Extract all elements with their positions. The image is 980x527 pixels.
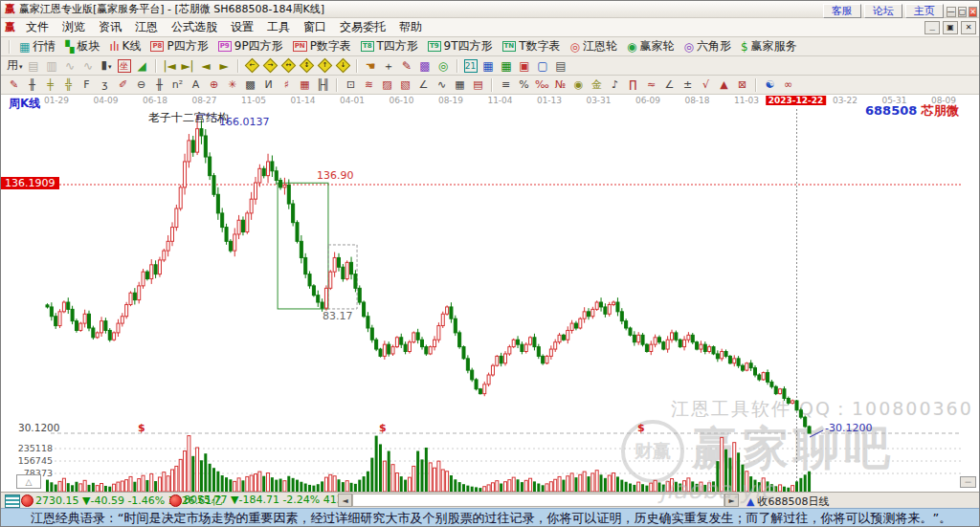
- menu-设置[interactable]: 设置: [224, 19, 260, 35]
- winner-service-button[interactable]: $赢家服务: [736, 38, 802, 55]
- grid2-tool-icon[interactable]: ▦: [298, 77, 312, 94]
- data-table-icon[interactable]: ▦: [500, 57, 514, 75]
- plusminus-tool-icon[interactable]: ±: [680, 77, 695, 94]
- menu-公式选股[interactable]: 公式选股: [165, 19, 224, 35]
- expand-v-icon[interactable]: ↕: [299, 58, 314, 74]
- titlebar-link-2[interactable]: 主页: [905, 4, 944, 18]
- expand-h-icon[interactable]: ↔: [280, 58, 296, 74]
- coordinate-icon[interactable]: 坐: [118, 59, 131, 73]
- t-square-button[interactable]: T8T四方形: [356, 38, 423, 55]
- period-menu-icon[interactable]: 用▾: [7, 56, 23, 76]
- gann-wheel-button[interactable]: ◎江恩轮: [565, 38, 621, 55]
- product-tool-icon[interactable]: ∏: [626, 77, 640, 94]
- angle2-tool-icon[interactable]: ∠: [662, 77, 677, 94]
- 9p-square-button[interactable]: P99P四方形: [213, 38, 288, 55]
- zoom-in-icon[interactable]: ↑: [317, 58, 332, 74]
- mesh-tool-icon[interactable]: ▦: [453, 77, 467, 94]
- expand-panel-button[interactable]: △: [16, 474, 41, 489]
- minimize-button[interactable]: —: [947, 7, 956, 17]
- rail-tool-icon[interactable]: ╟╢: [316, 77, 330, 94]
- print-icon[interactable]: ▤: [554, 57, 568, 75]
- t-digit-button[interactable]: TNT数字表: [498, 38, 566, 55]
- winner-wheel-button[interactable]: ◉赢家轮: [622, 38, 679, 55]
- calendar-icon[interactable]: 21: [464, 59, 478, 73]
- yinyang-icon[interactable]: ☯: [763, 77, 777, 94]
- titlebar-link-0[interactable]: 客服: [823, 4, 861, 18]
- crosshair-icon[interactable]: ＋: [382, 57, 396, 75]
- fence-tool-icon[interactable]: ╪: [43, 77, 57, 94]
- list-view-icon[interactable]: ▥: [45, 57, 59, 75]
- box-tool-icon[interactable]: ▩: [243, 77, 257, 94]
- menu-江恩[interactable]: 江恩: [128, 19, 165, 35]
- menu-浏览[interactable]: 浏览: [56, 19, 92, 35]
- overlay-icon[interactable]: ▤: [27, 57, 41, 75]
- sse-index-icon[interactable]: [21, 494, 33, 507]
- shift-left-icon[interactable]: ←: [244, 58, 259, 74]
- szse-index-icon[interactable]: [169, 494, 182, 507]
- hexagon-button[interactable]: ◎六角形: [679, 38, 735, 55]
- hatch-tool-icon[interactable]: ╫: [152, 77, 167, 94]
- sharp-tool-icon[interactable]: ♯: [279, 77, 294, 94]
- lines-tool-icon[interactable]: ≡: [499, 77, 513, 94]
- mdi-minimize-button[interactable]: ＿: [924, 21, 940, 34]
- 9t-square-button[interactable]: T99T四方形: [423, 38, 498, 55]
- close-line-toggle[interactable]: ▲收688508日线: [746, 494, 829, 509]
- angle-tool-icon[interactable]: ∠: [416, 77, 431, 94]
- export-icon[interactable]: ▢: [536, 57, 550, 75]
- mini-chart-icon[interactable]: ∿: [63, 57, 78, 75]
- window-tool-icon[interactable]: ⊡: [344, 77, 358, 94]
- scroll-right-button[interactable]: ►: [724, 494, 739, 507]
- kline-button[interactable]: ılıK线: [105, 38, 146, 55]
- angle-a-icon[interactable]: A: [189, 77, 203, 94]
- kline-chart-panel[interactable]: 江恩工具软件 QQ：100800360 财赢 赢家聊吧 $$$ 01-2904-…: [1, 95, 980, 492]
- prev-bar-icon[interactable]: ◄: [199, 57, 213, 75]
- triangle-tool-icon[interactable]: ▲: [717, 77, 731, 94]
- titlebar-link-1[interactable]: 论坛: [864, 4, 902, 18]
- spiral-icon[interactable]: ◎: [436, 57, 451, 75]
- approx-tool-icon[interactable]: ≈: [644, 77, 658, 94]
- percent-tool-icon[interactable]: %: [517, 77, 531, 94]
- scroll-left-button[interactable]: ◄: [338, 494, 352, 507]
- zoom-out-icon[interactable]: ↓: [335, 58, 350, 74]
- circle-plus-icon[interactable]: ⊕: [207, 77, 221, 94]
- band-tool-icon[interactable]: ▤: [471, 77, 485, 94]
- shade-tool-icon[interactable]: ▨: [380, 77, 394, 94]
- target-tool-icon[interactable]: ◉: [571, 77, 586, 94]
- last-page-icon[interactable]: ►|: [181, 57, 195, 75]
- root-tool-icon[interactable]: √: [699, 77, 713, 94]
- drag-hand-icon[interactable]: ☚: [364, 57, 378, 75]
- menu-文件[interactable]: 文件: [19, 19, 56, 35]
- boxx-tool-icon[interactable]: ⊠: [735, 77, 749, 94]
- gold-tool-icon[interactable]: 金: [590, 77, 604, 94]
- next-bar-icon[interactable]: ►: [217, 57, 232, 75]
- candle-style-icon[interactable]: ▮▾: [100, 56, 114, 76]
- menu-工具[interactable]: 工具: [260, 19, 297, 35]
- brush-icon[interactable]: ✎: [400, 57, 414, 75]
- n2-tool-icon[interactable]: n²: [170, 77, 185, 94]
- menu-窗口[interactable]: 窗口: [297, 19, 333, 35]
- sine-tool-icon[interactable]: ∿: [434, 77, 449, 94]
- grid-net-icon[interactable]: ▩: [418, 57, 433, 75]
- close-button[interactable]: ✕: [969, 7, 977, 17]
- calculator-icon[interactable]: ▦: [481, 57, 496, 75]
- mdi-close-button[interactable]: ✕: [961, 21, 976, 34]
- menu-交易委托[interactable]: 交易委托: [333, 19, 392, 35]
- flag-icon[interactable]: ◢: [135, 57, 149, 75]
- number-tool-icon[interactable]: №: [553, 77, 568, 94]
- save-icon[interactable]: ▣: [518, 57, 532, 75]
- pen2-tool-icon[interactable]: ✐: [116, 77, 130, 94]
- shade2-tool-icon[interactable]: ▧: [398, 77, 412, 94]
- menu-资讯[interactable]: 资讯: [92, 19, 128, 35]
- note-tool-icon[interactable]: ♪: [608, 77, 622, 94]
- p-square-button[interactable]: P8P四方形: [145, 38, 212, 55]
- sector-button[interactable]: ▚板块: [60, 38, 104, 55]
- p-digit-button[interactable]: PNP数字表: [288, 38, 356, 55]
- wave-n-icon[interactable]: И: [261, 77, 276, 94]
- permille-tool-icon[interactable]: ‰: [535, 77, 549, 94]
- f-tool-icon[interactable]: F: [79, 77, 94, 94]
- pen-tool-icon[interactable]: ✎: [7, 77, 21, 94]
- collapse-panel-button[interactable]: —: [960, 476, 976, 488]
- chart-scrollbar[interactable]: [352, 494, 724, 507]
- market-grid-icon[interactable]: [5, 494, 20, 508]
- fence2-tool-icon[interactable]: ╬: [61, 77, 76, 94]
